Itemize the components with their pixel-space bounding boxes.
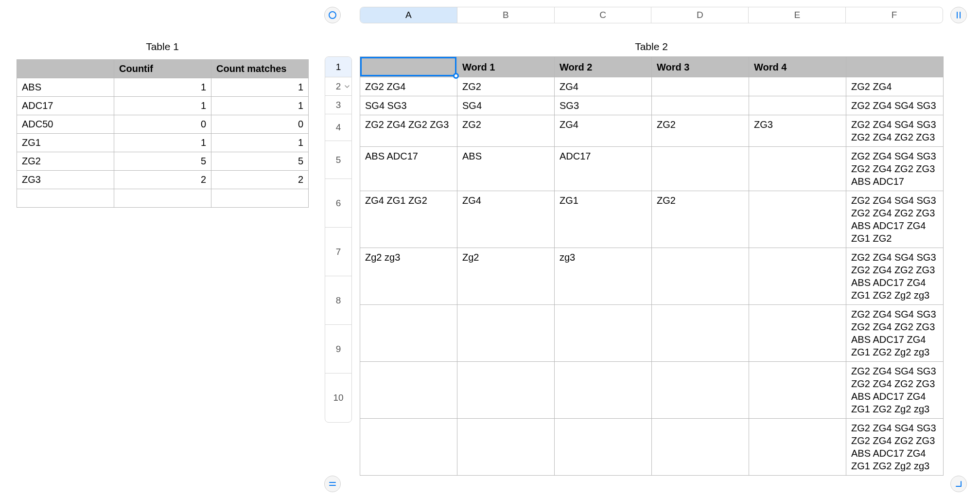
table2-cell[interactable] bbox=[555, 362, 652, 419]
table1-row[interactable] bbox=[17, 189, 309, 208]
table2-cell[interactable]: ZG2 bbox=[457, 115, 555, 147]
table2-cell[interactable] bbox=[749, 419, 846, 476]
table1-row[interactable]: ADC5000 bbox=[17, 115, 309, 134]
table1-row[interactable]: ADC1711 bbox=[17, 97, 309, 115]
table2-cell[interactable]: ZG2 ZG4 bbox=[360, 77, 457, 96]
table2-cell[interactable]: ZG2 ZG4 SG4 SG3 ZG2 ZG4 ZG2 ZG3 ABS ADC1… bbox=[846, 305, 944, 362]
table2-cell[interactable]: ZG2 bbox=[457, 77, 555, 96]
table2-cell[interactable] bbox=[652, 419, 749, 476]
table2-cell[interactable]: Zg2 bbox=[457, 248, 555, 305]
row-header-7[interactable]: 7 bbox=[325, 228, 351, 276]
row-header-1[interactable]: 1 bbox=[325, 57, 351, 77]
table1-cell-label[interactable]: ADC50 bbox=[17, 115, 114, 134]
add-row-button[interactable] bbox=[324, 476, 341, 492]
table1-row[interactable]: ZG111 bbox=[17, 134, 309, 152]
table2-cell[interactable] bbox=[652, 362, 749, 419]
table2-cell[interactable]: zg3 bbox=[555, 248, 652, 305]
table2-header-blank-0[interactable] bbox=[360, 57, 457, 77]
table1-header-row[interactable]: Countif Count matches bbox=[17, 60, 309, 78]
table2-cell[interactable] bbox=[749, 96, 846, 115]
table2-cell[interactable]: ZG4 bbox=[555, 115, 652, 147]
table2-row[interactable]: Zg2 zg3Zg2zg3ZG2 ZG4 SG4 SG3 ZG2 ZG4 ZG2… bbox=[360, 248, 944, 305]
column-header-B[interactable]: B bbox=[457, 7, 555, 23]
table1-header-countmatches[interactable]: Count matches bbox=[211, 60, 309, 78]
table1-cell-label[interactable]: ABS bbox=[17, 78, 114, 97]
column-header-E[interactable]: E bbox=[749, 7, 846, 23]
table2-header-word-3[interactable]: Word 3 bbox=[652, 57, 749, 77]
table2-cell[interactable]: ZG2 ZG4 ZG2 ZG3 bbox=[360, 115, 457, 147]
table2-cell[interactable]: ZG2 ZG4 SG4 SG3 ZG2 ZG4 ZG2 ZG3 ABS ADC1… bbox=[846, 362, 944, 419]
row-header-9[interactable]: 9 bbox=[325, 325, 351, 374]
table1-cell-countif[interactable]: 1 bbox=[114, 78, 211, 97]
table2-cell[interactable]: ADC17 bbox=[555, 147, 652, 191]
table1-cell-countif[interactable]: 0 bbox=[114, 115, 211, 134]
table2-cell[interactable] bbox=[749, 147, 846, 191]
chevron-down-icon[interactable] bbox=[344, 81, 350, 92]
table2-cell[interactable]: ZG2 ZG4 SG4 SG3 ZG2 ZG4 ZG2 ZG3 bbox=[846, 115, 944, 147]
table2-cell[interactable] bbox=[749, 362, 846, 419]
table2-cell[interactable]: ZG2 bbox=[652, 191, 749, 248]
table1-cell-countmatches[interactable]: 2 bbox=[211, 171, 309, 189]
table2-cell[interactable]: ZG3 bbox=[749, 115, 846, 147]
table1-cell-countif[interactable]: 1 bbox=[114, 134, 211, 152]
table2-cell[interactable]: Zg2 zg3 bbox=[360, 248, 457, 305]
row-header-5[interactable]: 5 bbox=[325, 141, 351, 179]
table2-cell[interactable] bbox=[652, 147, 749, 191]
table2-cell[interactable]: ZG2 ZG4 SG4 SG3 ZG2 ZG4 ZG2 ZG3 ABS ADC1… bbox=[846, 419, 944, 476]
resize-table-handle[interactable] bbox=[950, 476, 967, 492]
table2-row[interactable]: ZG2 ZG4 SG4 SG3 ZG2 ZG4 ZG2 ZG3 ABS ADC1… bbox=[360, 362, 944, 419]
table1-cell-countif[interactable]: 5 bbox=[114, 152, 211, 171]
table1-row[interactable]: ABS11 bbox=[17, 78, 309, 97]
table2-header-word-2[interactable]: Word 2 bbox=[555, 57, 652, 77]
table2-row[interactable]: ZG4 ZG1 ZG2ZG4ZG1ZG2ZG2 ZG4 SG4 SG3 ZG2 … bbox=[360, 191, 944, 248]
table1-cell-label[interactable]: ZG1 bbox=[17, 134, 114, 152]
table1-cell-countif[interactable]: 2 bbox=[114, 171, 211, 189]
table2-header-blank-5[interactable] bbox=[846, 57, 944, 77]
table2[interactable]: Word 1Word 2Word 3Word 4 ZG2 ZG4ZG2ZG4ZG… bbox=[360, 56, 944, 476]
table1-cell-countmatches[interactable] bbox=[211, 189, 309, 208]
row-header-4[interactable]: 4 bbox=[325, 114, 351, 141]
table2-row[interactable]: ABS ADC17ABSADC17ZG2 ZG4 SG4 SG3 ZG2 ZG4… bbox=[360, 147, 944, 191]
row-header-10[interactable]: 10 bbox=[325, 374, 351, 422]
table2-cell[interactable] bbox=[749, 191, 846, 248]
table1-cell-countmatches[interactable]: 1 bbox=[211, 78, 309, 97]
table2-cell[interactable]: ZG2 bbox=[652, 115, 749, 147]
table2-cell[interactable]: ZG4 bbox=[457, 191, 555, 248]
table2-cell[interactable] bbox=[360, 362, 457, 419]
table2-row[interactable]: ZG2 ZG4 SG4 SG3 ZG2 ZG4 ZG2 ZG3 ABS ADC1… bbox=[360, 305, 944, 362]
table2-row[interactable]: ZG2 ZG4 SG4 SG3 ZG2 ZG4 ZG2 ZG3 ABS ADC1… bbox=[360, 419, 944, 476]
table2-cell[interactable]: SG3 bbox=[555, 96, 652, 115]
table1-cell-label[interactable]: ADC17 bbox=[17, 97, 114, 115]
table2-cell[interactable] bbox=[652, 248, 749, 305]
column-header-A[interactable]: A bbox=[360, 7, 457, 23]
table-corner-select-all[interactable] bbox=[324, 7, 341, 23]
table2-cell[interactable] bbox=[457, 419, 555, 476]
table2-header-word-4[interactable]: Word 4 bbox=[749, 57, 846, 77]
row-header-2[interactable]: 2 bbox=[325, 77, 351, 96]
row-header-6[interactable]: 6 bbox=[325, 179, 351, 228]
table2-cell[interactable] bbox=[360, 305, 457, 362]
table1-row[interactable]: ZG255 bbox=[17, 152, 309, 171]
table1-cell-label[interactable] bbox=[17, 189, 114, 208]
table1-header-countif[interactable]: Countif bbox=[114, 60, 211, 78]
table2-cell[interactable]: ZG1 bbox=[555, 191, 652, 248]
table2-cell[interactable]: SG4 bbox=[457, 96, 555, 115]
table1-row[interactable]: ZG322 bbox=[17, 171, 309, 189]
table2-cell[interactable] bbox=[652, 77, 749, 96]
column-ruler[interactable]: ABCDEF bbox=[360, 7, 943, 23]
table1-cell-countmatches[interactable]: 1 bbox=[211, 97, 309, 115]
column-header-C[interactable]: C bbox=[555, 7, 652, 23]
table2-cell[interactable] bbox=[749, 77, 846, 96]
table2-cell[interactable] bbox=[457, 305, 555, 362]
table1-cell-label[interactable]: ZG3 bbox=[17, 171, 114, 189]
table2-cell[interactable] bbox=[652, 305, 749, 362]
table1-cell-countmatches[interactable]: 5 bbox=[211, 152, 309, 171]
table2-cell[interactable] bbox=[652, 96, 749, 115]
column-header-F[interactable]: F bbox=[846, 7, 943, 23]
add-column-button[interactable] bbox=[950, 7, 967, 23]
table2-cell[interactable] bbox=[749, 248, 846, 305]
table1-cell-countmatches[interactable]: 1 bbox=[211, 134, 309, 152]
table1-cell-label[interactable]: ZG2 bbox=[17, 152, 114, 171]
row-ruler[interactable]: 12345678910 bbox=[325, 56, 352, 423]
table2-cell[interactable] bbox=[457, 362, 555, 419]
